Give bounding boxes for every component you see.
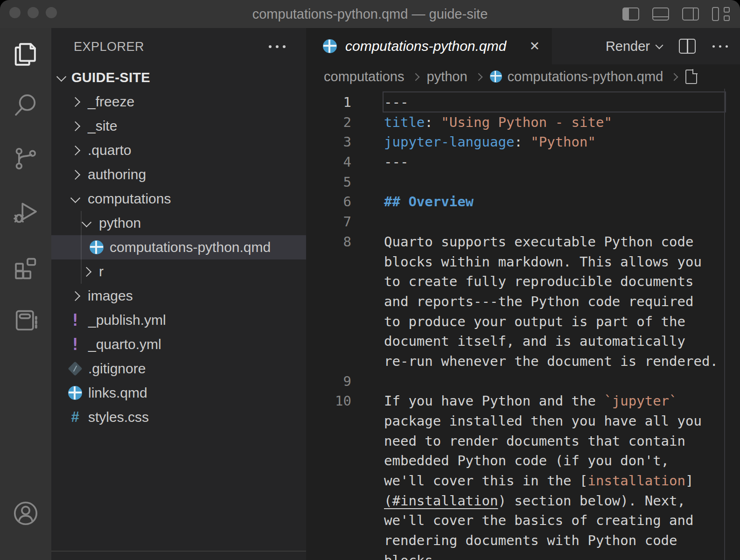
tree-item-_site[interactable]: _site bbox=[51, 114, 306, 138]
line-number bbox=[306, 451, 384, 471]
tree-item-links.qmd[interactable]: links.qmd bbox=[51, 381, 306, 405]
line-number bbox=[306, 411, 384, 431]
breadcrumb-item-computations-python.qmd[interactable]: computations-python.qmd bbox=[490, 69, 663, 84]
code-line: re-run whenever the document is rendered… bbox=[306, 351, 740, 371]
tree-item-label: images bbox=[88, 288, 133, 304]
indent-guide bbox=[81, 211, 82, 284]
code-line-content: and reports---the Python code required bbox=[384, 292, 693, 312]
line-number: 10 bbox=[306, 391, 384, 411]
css-file-icon: # bbox=[68, 410, 82, 424]
toggle-panel-icon[interactable] bbox=[652, 7, 669, 21]
quarto-file-icon bbox=[68, 386, 82, 400]
minimize-window-button[interactable] bbox=[28, 7, 39, 18]
render-button[interactable]: Render bbox=[606, 39, 662, 54]
breadcrumb-label: computations bbox=[324, 69, 405, 84]
code-line: to create fully reproducible documents bbox=[306, 272, 740, 292]
tree-item-computations[interactable]: computations bbox=[51, 187, 306, 211]
breadcrumb-item-computations[interactable]: computations bbox=[324, 69, 405, 84]
code-line: 7 bbox=[306, 212, 740, 232]
tree-item-images[interactable]: images bbox=[51, 284, 306, 308]
tree-item-_publish.yml[interactable]: !_publish.yml bbox=[51, 308, 306, 332]
file-symbol-icon bbox=[685, 70, 697, 84]
tree-item-python[interactable]: python bbox=[51, 211, 306, 235]
explorer-title: EXPLORER bbox=[74, 40, 144, 54]
outline-section-header[interactable]: OUTLINE bbox=[51, 551, 306, 560]
close-window-button[interactable] bbox=[9, 7, 21, 18]
tree-item-label: _site bbox=[88, 118, 117, 134]
code-line-content: need to render documents that contain bbox=[384, 431, 685, 451]
line-number: 3 bbox=[306, 132, 384, 152]
code-line-content: (#installation) section below). Next, bbox=[384, 491, 685, 511]
tree-item-label: .gitignore bbox=[88, 361, 146, 377]
tree-item-computations-python.qmd[interactable]: computations-python.qmd bbox=[51, 235, 306, 259]
code-line-content: jupyter-language: "Python" bbox=[384, 132, 596, 152]
line-number bbox=[306, 252, 384, 272]
extensions-icon[interactable] bbox=[9, 249, 42, 283]
tree-item-label: r bbox=[99, 264, 104, 280]
tree-item-styles.css[interactable]: #styles.css bbox=[51, 405, 306, 429]
code-line-content: we'll cover this in the [installation] bbox=[384, 471, 693, 491]
customize-layout-icon[interactable] bbox=[712, 7, 730, 21]
breadcrumb-item[interactable] bbox=[685, 70, 697, 84]
tree-item-_quarto.yml[interactable]: !_quarto.yml bbox=[51, 332, 306, 357]
accounts-icon[interactable] bbox=[9, 497, 42, 530]
code-line: 6## Overview bbox=[306, 192, 740, 212]
chevron-right-icon bbox=[70, 147, 80, 154]
line-number bbox=[306, 431, 384, 451]
code-line: rendering documents with Python code bbox=[306, 531, 740, 551]
code-line: document itself, and is automatically bbox=[306, 331, 740, 351]
explorer-more-actions-icon[interactable] bbox=[269, 45, 286, 48]
code-line: we'll cover the basics of creating and bbox=[306, 511, 740, 531]
code-line: 5 bbox=[306, 172, 740, 192]
tree-item-_freeze[interactable]: _freeze bbox=[51, 90, 306, 114]
window-title: computations-python.qmd — guide-site bbox=[252, 7, 488, 22]
run-debug-icon[interactable] bbox=[9, 196, 42, 229]
files-icon bbox=[10, 39, 42, 70]
quarto-file-icon bbox=[90, 240, 104, 254]
code-line: and reports---the Python code required bbox=[306, 292, 740, 312]
chevron-right-icon bbox=[81, 268, 91, 275]
toggle-secondary-sidebar-icon[interactable] bbox=[682, 7, 699, 21]
quarto-assist-icon[interactable] bbox=[9, 303, 42, 336]
line-number: 5 bbox=[306, 172, 384, 192]
code-line-content: document itself, and is automatically bbox=[384, 331, 685, 351]
close-tab-icon[interactable]: ✕ bbox=[529, 40, 540, 53]
code-editor[interactable]: 1---2title: "Using Python - site"3jupyte… bbox=[306, 89, 740, 560]
tree-item-label: links.qmd bbox=[88, 385, 147, 401]
code-line: embedded Python code (if you don't, bbox=[306, 451, 740, 471]
tree-item-.gitignore[interactable]: .gitignore bbox=[51, 357, 306, 381]
tree-item-authoring[interactable]: authoring bbox=[51, 162, 306, 187]
tree-item-r[interactable]: r bbox=[51, 259, 306, 284]
tree-item-label: computations-python.qmd bbox=[110, 239, 271, 255]
code-line: blocks within markdown. This allows you bbox=[306, 252, 740, 272]
code-line: 10If you have Python and the `jupyter` bbox=[306, 391, 740, 411]
code-line-content: title: "Using Python - site" bbox=[384, 112, 612, 133]
tree-item-.quarto[interactable]: .quarto bbox=[51, 138, 306, 162]
tree-item-label: _publish.yml bbox=[88, 312, 166, 328]
toggle-primary-sidebar-icon[interactable] bbox=[622, 7, 639, 21]
breadcrumb-item-python[interactable]: python bbox=[427, 69, 468, 84]
search-icon[interactable] bbox=[9, 88, 42, 122]
more-actions-icon[interactable] bbox=[712, 45, 728, 48]
titlebar: computations-python.qmd — guide-site bbox=[0, 0, 740, 28]
line-number bbox=[306, 312, 384, 332]
code-line-content: we'll cover the basics of creating and bbox=[384, 511, 693, 531]
source-control-icon[interactable] bbox=[9, 142, 42, 175]
git-file-icon bbox=[68, 362, 82, 376]
breadcrumb-label: python bbox=[427, 69, 468, 84]
workspace-section-header[interactable]: GUIDE-SITE bbox=[51, 65, 306, 90]
quarto-file-icon bbox=[490, 70, 502, 83]
zoom-window-button[interactable] bbox=[46, 7, 57, 18]
line-number bbox=[306, 511, 384, 531]
line-number bbox=[306, 491, 384, 511]
chevron-right-icon bbox=[70, 171, 80, 178]
code-line: 4--- bbox=[306, 152, 740, 172]
titlebar-layout-controls bbox=[622, 0, 730, 28]
vscode-window: computations-python.qmd — guide-site bbox=[0, 0, 740, 560]
code-line: (#installation) section below). Next, bbox=[306, 491, 740, 511]
explorer-icon[interactable] bbox=[9, 38, 42, 71]
tab-computations-python[interactable]: computations-python.qmd ✕ bbox=[306, 28, 552, 64]
split-editor-icon[interactable] bbox=[679, 39, 696, 54]
tree-item-label: authoring bbox=[88, 167, 146, 182]
line-number: 8 bbox=[306, 232, 384, 252]
